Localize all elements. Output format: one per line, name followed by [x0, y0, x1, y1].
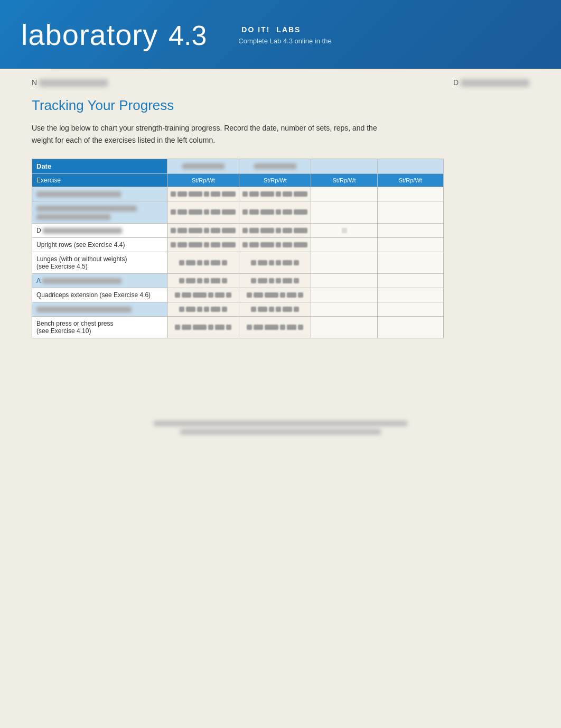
log-table: Date Exercise St/Rp/Wt St/Rp/Wt St/Rp/Wt… — [32, 159, 444, 338]
data-cell[interactable] — [377, 187, 443, 201]
labs-text: LABS — [276, 25, 301, 34]
data-cell[interactable] — [377, 288, 443, 302]
date-field: D — [453, 78, 529, 87]
data-cell[interactable] — [167, 223, 239, 237]
exercise-name — [32, 187, 167, 201]
date-label: D — [453, 78, 459, 87]
exercise-name: Bench press or chest press(see Exercise … — [32, 316, 167, 338]
data-cell[interactable] — [239, 302, 311, 316]
strpwt-col-1: St/Rp/Wt — [167, 174, 239, 187]
footer — [0, 402, 561, 454]
data-cell[interactable] — [239, 187, 311, 201]
exercise-name — [32, 201, 167, 224]
data-cell[interactable] — [167, 237, 239, 252]
data-cell[interactable] — [167, 302, 239, 316]
data-cell[interactable] — [239, 223, 311, 237]
date-input-1[interactable] — [167, 159, 239, 174]
data-cell[interactable] — [377, 252, 443, 273]
date-input-3[interactable] — [311, 159, 377, 174]
section-title: Tracking Your Progress — [32, 97, 529, 114]
exercise-name: Upright rows (see Exercise 4.4) — [32, 237, 167, 252]
data-cell[interactable] — [167, 316, 239, 338]
data-cell[interactable] — [377, 302, 443, 316]
name-value — [39, 79, 108, 87]
table-row — [32, 187, 444, 201]
data-cell[interactable] — [167, 201, 239, 224]
data-cell[interactable] — [239, 316, 311, 338]
header-title: laboratory — [21, 17, 158, 52]
data-cell[interactable] — [167, 273, 239, 288]
date-input-4[interactable] — [377, 159, 443, 174]
data-cell[interactable] — [311, 223, 377, 237]
header-right: do it! LABS Complete Lab 4.3 online in t… — [238, 24, 331, 45]
table-row: Upright rows (see Exercise 4.4) — [32, 237, 444, 252]
table-row: Lunges (with or without weights)(see Exe… — [32, 252, 444, 273]
header-number: 4.3 — [169, 20, 207, 51]
data-cell[interactable] — [239, 288, 311, 302]
description: Use the log below to chart your strength… — [32, 122, 391, 146]
footer-line1 — [154, 421, 407, 426]
data-cell[interactable] — [167, 288, 239, 302]
data-cell[interactable] — [377, 201, 443, 224]
table-row: D — [32, 223, 444, 237]
table-row — [32, 201, 444, 224]
data-cell[interactable] — [167, 252, 239, 273]
exercise-name: Lunges (with or without weights)(see Exe… — [32, 252, 167, 273]
header: laboratory 4.3 do it! LABS Complete Lab … — [0, 0, 561, 69]
data-cell[interactable] — [239, 237, 311, 252]
name-field: N — [32, 78, 108, 87]
data-cell[interactable] — [167, 187, 239, 201]
footer-line2 — [180, 429, 381, 435]
data-cell[interactable] — [377, 223, 443, 237]
data-cell[interactable] — [311, 252, 377, 273]
header-subtitle: Complete Lab 4.3 online in the — [238, 37, 331, 45]
data-cell[interactable] — [377, 273, 443, 288]
strpwt-col-3: St/Rp/Wt — [311, 174, 377, 187]
table-row: Bench press or chest press(see Exercise … — [32, 316, 444, 338]
exercise-header-row: Exercise St/Rp/Wt St/Rp/Wt St/Rp/Wt St/R… — [32, 174, 444, 187]
data-cell[interactable] — [239, 201, 311, 224]
exercise-name — [32, 302, 167, 316]
table-row: A — [32, 273, 444, 288]
strpwt-col-4: St/Rp/Wt — [377, 174, 443, 187]
data-cell[interactable] — [311, 237, 377, 252]
data-cell[interactable] — [311, 288, 377, 302]
data-cell[interactable] — [377, 316, 443, 338]
exercise-name: Quadriceps extension (see Exercise 4.6) — [32, 288, 167, 302]
data-cell[interactable] — [311, 201, 377, 224]
table-row — [32, 302, 444, 316]
name-label: N — [32, 78, 37, 87]
table-row: Quadriceps extension (see Exercise 4.6) — [32, 288, 444, 302]
date-input-2[interactable] — [239, 159, 311, 174]
header-left: laboratory 4.3 — [21, 17, 207, 52]
data-cell[interactable] — [311, 187, 377, 201]
data-cell[interactable] — [311, 273, 377, 288]
exercise-col-label: Exercise — [32, 174, 167, 187]
data-cell[interactable] — [311, 302, 377, 316]
date-col-label: Date — [32, 159, 167, 174]
strpwt-col-2: St/Rp/Wt — [239, 174, 311, 187]
data-cell[interactable] — [239, 273, 311, 288]
data-cell[interactable] — [377, 237, 443, 252]
header-do-it: do it! LABS — [238, 24, 331, 35]
exercise-name: D — [32, 223, 167, 237]
do-it-text: do it! — [241, 25, 270, 34]
data-cell[interactable] — [311, 316, 377, 338]
date-value — [461, 79, 529, 87]
exercise-name: A — [32, 273, 167, 288]
date-header-row: Date — [32, 159, 444, 174]
main-content: Tracking Your Progress Use the log below… — [0, 92, 561, 360]
data-cell[interactable] — [239, 252, 311, 273]
meta-row: N D — [0, 69, 561, 92]
